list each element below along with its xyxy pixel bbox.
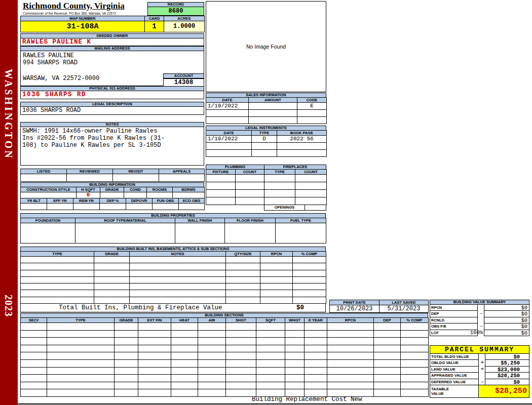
- empty-cell[interactable]: [47, 204, 73, 210]
- empty-cell: [226, 290, 260, 297]
- empty-cell: [138, 352, 171, 360]
- empty-cell[interactable]: [21, 204, 47, 210]
- construction-style-value[interactable]: [21, 192, 77, 198]
- li-bookpage-value[interactable]: 2022 56: [277, 136, 327, 143]
- openings-value[interactable]: [305, 205, 326, 211]
- empty-cell: [277, 150, 327, 157]
- empty-cell: [256, 323, 285, 331]
- empty-cell: [256, 352, 285, 360]
- empty-cell: [138, 359, 171, 367]
- notes-line-2[interactable]: Ins #2022-56 from Pauline K Rawles (31-: [22, 135, 202, 142]
- empty-cell: [401, 367, 429, 375]
- built-ins-total-value: $0: [296, 304, 304, 311]
- roof-value[interactable]: [75, 223, 175, 244]
- bvs-label: RPCN: [430, 304, 478, 311]
- empty-cell: [130, 263, 226, 270]
- empty-cell: [115, 345, 138, 352]
- wall-finish-value[interactable]: [175, 223, 225, 244]
- empty-cell: [226, 276, 260, 283]
- li-type-value[interactable]: D: [252, 136, 277, 143]
- card-value[interactable]: 1: [145, 21, 164, 32]
- empty-cell: [293, 270, 326, 276]
- empty-cell: [47, 375, 115, 382]
- empty-cell: [206, 197, 236, 205]
- empty-cell: [171, 345, 198, 352]
- mailing-line-2[interactable]: 994 SHARPS ROAD: [23, 59, 78, 66]
- empty-cell: [327, 367, 374, 375]
- floor-finish-value[interactable]: [225, 223, 276, 244]
- empty-cell: [198, 345, 226, 352]
- empty-cell: [21, 276, 94, 283]
- empty-cell: [285, 345, 305, 352]
- fuel-type-value[interactable]: [276, 223, 326, 244]
- record-label: RECORD: [147, 2, 204, 7]
- foundation-value[interactable]: [21, 223, 75, 244]
- taxable-value: $28,250: [478, 385, 529, 398]
- empty-cell: [285, 352, 305, 360]
- li-date-value[interactable]: 1/19/2022: [206, 136, 252, 143]
- bi-col-qty-size: QTY/SIZE: [226, 252, 260, 257]
- mailing-line-1[interactable]: RAWLES PAULINE: [23, 52, 74, 59]
- bvs-value: $0: [484, 323, 529, 330]
- empty-cell: [198, 352, 226, 360]
- sales-code-value[interactable]: E: [297, 103, 327, 110]
- sales-date-value[interactable]: 1/19/2022: [206, 103, 249, 110]
- bdrms-value[interactable]: [173, 192, 205, 198]
- deeded-owner-value[interactable]: RAWLES PAULINE K: [20, 38, 204, 46]
- h-sqft-value[interactable]: 0: [77, 192, 100, 198]
- empty-cell: [138, 330, 171, 338]
- empty-cell: [21, 284, 94, 290]
- empty-row: [21, 382, 429, 389]
- account-value[interactable]: 14308: [163, 78, 204, 87]
- empty-cell: [94, 297, 130, 303]
- empty-cell[interactable]: [126, 204, 153, 210]
- empty-cell: [171, 389, 198, 397]
- empty-cell: [305, 375, 327, 382]
- built-ins-section: BUILDING BUILT INS, BASEMENTS, ATTICS & …: [20, 247, 326, 312]
- plumbing-col-fixture: FIXTURE: [206, 170, 236, 175]
- sales-amount-value[interactable]: [249, 103, 297, 110]
- record-value[interactable]: 8680: [147, 7, 204, 16]
- empty-cell: [305, 382, 327, 389]
- empty-cell: [327, 323, 374, 331]
- record-box: RECORD 8680: [147, 2, 204, 16]
- empty-cell[interactable]: [73, 204, 100, 210]
- legal-description-value[interactable]: 1036 SHARPS ROAD: [20, 107, 204, 115]
- col-revisit: REVISIT: [113, 169, 159, 174]
- acres-value[interactable]: 1.0000: [164, 21, 205, 32]
- print-saved-section: PRINT DATE LAST SAVED 10/26/2023 5/31/20…: [329, 300, 428, 313]
- empty-cell: [285, 367, 305, 375]
- ps-value: $0: [485, 379, 529, 385]
- bi-col-notes: NOTES: [130, 252, 226, 257]
- plumbing-col-count: COUNT: [236, 170, 264, 175]
- empty-cell: [206, 110, 249, 117]
- rooms-value[interactable]: [147, 192, 173, 198]
- map-number-value[interactable]: 31-108A: [21, 21, 145, 32]
- bottom-rule: [18, 403, 532, 404]
- empty-row: [21, 284, 326, 290]
- physical-address-value[interactable]: 1036 SHARPS RD: [20, 91, 204, 99]
- cond-value[interactable]: [124, 192, 147, 198]
- empty-cell[interactable]: [100, 204, 126, 210]
- empty-cell: [21, 375, 47, 382]
- empty-row: [206, 150, 327, 157]
- year-label: 2023: [3, 295, 14, 317]
- grade-value[interactable]: [100, 192, 124, 198]
- notes-line-3[interactable]: 108) to Pauline K Rawles per SL 3-105D: [22, 142, 202, 149]
- col-depovr: DEPOVR: [126, 198, 153, 204]
- empty-cell: [226, 345, 256, 352]
- empty-cell: [327, 345, 374, 352]
- empty-cell: [171, 352, 198, 360]
- bs-col-grade: GRADE: [115, 318, 138, 323]
- empty-cell: [374, 367, 401, 375]
- empty-cell: [138, 345, 171, 352]
- empty-cell: [264, 182, 295, 190]
- mailing-line-3[interactable]: WARSAW, VA 22572-0000: [23, 75, 99, 82]
- empty-cell[interactable]: [153, 204, 179, 210]
- empty-cell: [198, 338, 226, 345]
- empty-cell: [94, 290, 130, 297]
- district-label: WASHINGTON: [3, 69, 14, 160]
- inspection-section: LISTED REVIEWED REVISIT APPEALS: [20, 169, 204, 182]
- notes-line-1[interactable]: SWMH: 1991 14x66-owner Pauline Rawles: [22, 128, 202, 135]
- empty-cell[interactable]: [179, 204, 205, 210]
